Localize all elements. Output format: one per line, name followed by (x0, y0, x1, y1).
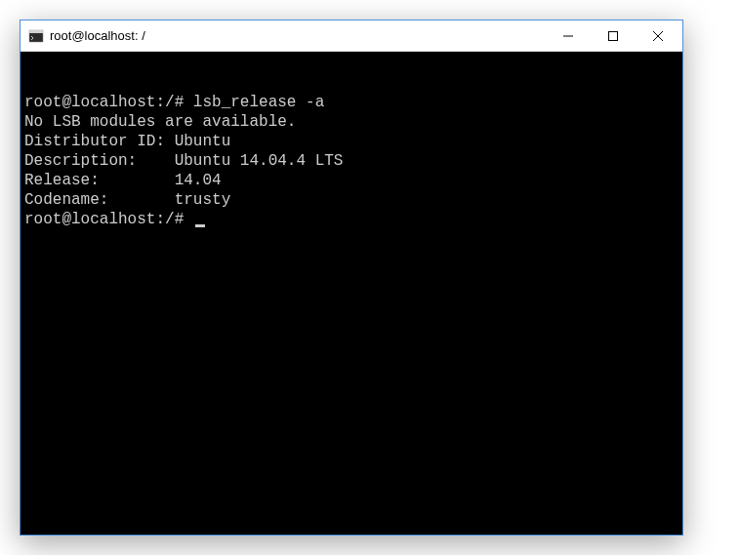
terminal-line: No LSB modules are available. (24, 112, 678, 132)
terminal-line: Codename: trusty (24, 190, 678, 210)
terminal-output[interactable]: root@localhost:/# lsb_release -aNo LSB m… (21, 52, 682, 535)
command-text: lsb_release -a (193, 94, 324, 111)
terminal-window: root@localhost: / root@localhost:/# lsb_… (20, 20, 683, 536)
window-title: root@localhost: / (50, 28, 546, 43)
titlebar[interactable]: root@localhost: / (21, 20, 682, 52)
cursor (195, 224, 205, 227)
output-text: Distributor ID: Ubuntu (24, 133, 230, 150)
svg-rect-3 (609, 31, 618, 40)
svg-rect-1 (29, 30, 43, 33)
prompt: root@localhost:/# (24, 211, 193, 228)
terminal-line: root@localhost:/# (24, 210, 678, 229)
prompt: root@localhost:/# (24, 94, 193, 111)
minimize-button[interactable] (546, 21, 591, 51)
output-text: Release: 14.04 (24, 172, 222, 189)
terminal-line: Description: Ubuntu 14.04.4 LTS (24, 151, 678, 171)
output-text: Codename: trusty (24, 191, 230, 209)
output-text: No LSB modules are available. (24, 113, 296, 131)
terminal-line: Release: 14.04 (24, 171, 678, 190)
terminal-icon (28, 28, 44, 44)
output-text: Description: Ubuntu 14.04.4 LTS (24, 152, 343, 170)
terminal-line: Distributor ID: Ubuntu (24, 132, 678, 151)
window-controls (546, 20, 680, 51)
close-button[interactable] (636, 21, 680, 51)
terminal-line: root@localhost:/# lsb_release -a (24, 93, 678, 112)
maximize-button[interactable] (591, 21, 636, 51)
